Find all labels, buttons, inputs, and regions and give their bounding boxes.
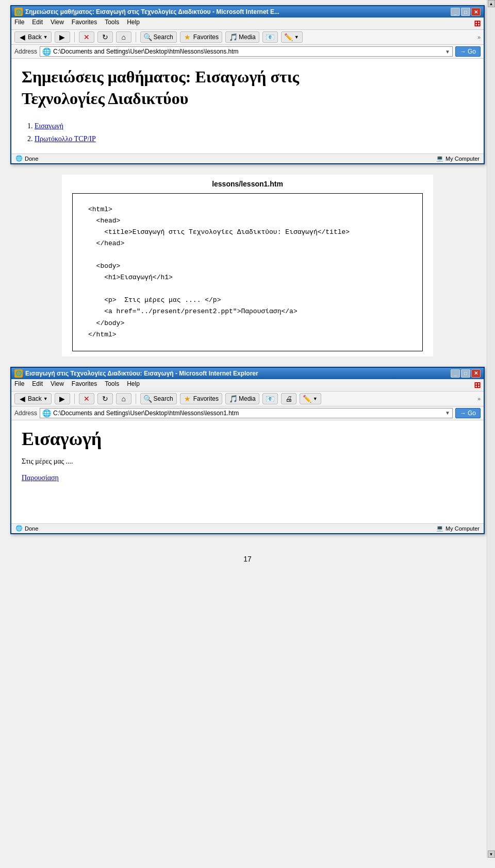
search-label-2: Search [154,395,173,402]
back-icon-2: ◀ [18,395,26,403]
extra-button-2[interactable]: ✏️ ▼ [281,31,303,43]
minimize-button-1[interactable]: _ [451,8,460,16]
forward-button-2[interactable]: ▶ [55,393,70,404]
close-button-1[interactable]: ✕ [471,8,481,16]
extra-button-3[interactable]: 📧 [262,393,278,404]
content-link-2[interactable]: Παρουσίαση [22,474,59,482]
ie-menubar-1: File Edit View Favorites Tools Help ⊞ [11,18,484,30]
menu-help-2[interactable]: Help [127,380,140,390]
address-text-1[interactable]: C:\Documents and Settings\User\Desktop\h… [53,48,443,55]
media-button-2[interactable]: 🎵 Media [225,393,259,404]
status-right-text-1: My Computer [446,156,480,162]
search-icon-1: 🔍 [144,33,152,41]
menu-file-1[interactable]: File [14,19,24,28]
ie-favicon-icon-2: 🌐 [15,370,22,376]
code-content: <html> <head> <title>Εισαγωγή στις Τεχνο… [88,204,407,341]
search-icon-2: 🔍 [144,395,152,403]
toolbar-more-1[interactable]: » [477,34,481,40]
favorites-label-1: Favorites [193,33,219,41]
address-dropdown-1[interactable]: ▼ [445,49,450,55]
scroll-up-2[interactable]: ▲ [488,0,495,7]
windows-logo-2: ⊞ [474,380,481,390]
stop-button-1[interactable]: ✕ [79,31,94,43]
ie-scrollbar-2[interactable]: ▲ ▼ [487,0,495,858]
restore-button-2[interactable]: □ [461,369,470,378]
favorites-label-2: Favorites [193,395,219,402]
nav-link-2[interactable]: Πρωτόκολλο TCP/IP [35,135,96,143]
media-icon-1: 🎵 [229,33,237,41]
menu-help-1[interactable]: Help [127,19,140,28]
forward-button-1[interactable]: ▶ [55,31,70,43]
go-arrow-1: → [460,48,466,55]
toolbar-more-2[interactable]: » [477,396,481,402]
separator-1 [74,32,75,42]
menu-tools-1[interactable]: Tools [105,19,119,28]
refresh-button-1[interactable]: ↻ [97,31,113,43]
nav-link-1[interactable]: Εισαγωγή [35,122,63,130]
titlebar-controls-1: _ □ ✕ [451,8,481,16]
extra-button-4[interactable]: 🖨 [281,393,296,404]
ie-addressbar-2: Address 🌐 C:\Documents and Settings\User… [11,406,484,420]
ie-window-1: 🌐 Σημειώσεις μαθήματος: Εισαγωγή στις Τε… [10,5,485,164]
status-right-1: 💻 My Computer [436,155,480,162]
menu-favorites-1[interactable]: Favorites [72,19,97,28]
scroll-track-2[interactable] [488,7,495,850]
status-icon-2: 🌐 [15,525,23,532]
media-button-1[interactable]: 🎵 Media [225,31,259,43]
back-button-1[interactable]: ◀ Back ▼ [14,31,52,43]
go-label-1: Go [468,48,476,55]
content-paragraph-2: Στις μέρες μας .... [22,457,468,466]
search-button-1[interactable]: 🔍 Search [140,31,177,43]
address-dropdown-2[interactable]: ▼ [445,410,450,416]
restore-button-1[interactable]: □ [461,8,470,16]
titlebar-left-1: 🌐 Σημειώσεις μαθήματος: Εισαγωγή στις Τε… [14,8,279,16]
menu-tools-2[interactable]: Tools [105,380,119,390]
back-dropdown-2[interactable]: ▼ [43,396,48,401]
status-text-1: Done [25,156,38,162]
extra-dropdown-5[interactable]: ▼ [313,396,318,401]
extra-icon-3: 📧 [266,395,274,403]
back-button-2[interactable]: ◀ Back ▼ [14,393,52,404]
extra-icon-1: 📧 [266,33,274,41]
home-button-1[interactable]: ⌂ [116,31,131,43]
favorites-icon-2: ★ [184,395,192,403]
ie-favicon-2: 🌐 [14,369,23,378]
menu-edit-2[interactable]: Edit [32,380,43,390]
ie-favicon-icon: 🌐 [15,9,22,15]
address-field-1[interactable]: 🌐 C:\Documents and Settings\User\Desktop… [40,46,453,57]
menu-favorites-2[interactable]: Favorites [72,380,97,390]
scroll-down-2[interactable]: ▼ [488,850,495,858]
ie-toolbar-1: ◀ Back ▼ ▶ ✕ ↻ ⌂ 🔍 Search ★ Favorites 🎵 … [11,30,484,45]
back-dropdown-1[interactable]: ▼ [43,35,48,40]
minimize-button-2[interactable]: _ [451,369,460,378]
ie-statusbar-1: 🌐 Done 💻 My Computer [11,154,484,163]
search-button-2[interactable]: 🔍 Search [140,393,177,404]
separator-3 [74,394,75,404]
refresh-button-2[interactable]: ↻ [97,393,113,404]
status-right-2: 💻 My Computer [436,525,480,532]
menu-view-1[interactable]: View [51,19,64,28]
go-button-2[interactable]: → Go [455,408,481,418]
address-text-2[interactable]: C:\Documents and Settings\User\Desktop\h… [53,410,443,417]
extra-button-5[interactable]: ✏️ ▼ [300,393,321,404]
nav-list-1: Εισαγωγή Πρωτόκολλο TCP/IP [22,120,468,145]
close-button-2[interactable]: ✕ [471,369,481,378]
back-label-1: Back [28,33,42,41]
ie-content-2: Εισαγωγή Στις μέρες μας .... Παρουσίαση [11,420,484,523]
favorites-button-1[interactable]: ★ Favorites [180,31,222,43]
stop-button-2[interactable]: ✕ [79,393,94,404]
go-button-1[interactable]: → Go [455,46,481,57]
address-field-2[interactable]: 🌐 C:\Documents and Settings\User\Desktop… [40,408,453,418]
extra-dropdown-2[interactable]: ▼ [294,35,299,40]
menu-edit-1[interactable]: Edit [32,19,43,28]
favorites-button-2[interactable]: ★ Favorites [180,393,222,404]
menu-view-2[interactable]: View [51,380,64,390]
code-filename: lessons/lesson1.htm [62,180,433,188]
menu-file-2[interactable]: File [14,380,24,390]
home-button-2[interactable]: ⌂ [116,393,131,404]
back-icon-1: ◀ [18,33,26,41]
code-section: lessons/lesson1.htm <html> <head> <title… [62,175,433,356]
extra-button-1[interactable]: 📧 [262,31,278,43]
ie-addressbar-1: Address 🌐 C:\Documents and Settings\User… [11,45,484,59]
ie-titlebar-1: 🌐 Σημειώσεις μαθήματος: Εισαγωγή στις Τε… [11,6,484,18]
